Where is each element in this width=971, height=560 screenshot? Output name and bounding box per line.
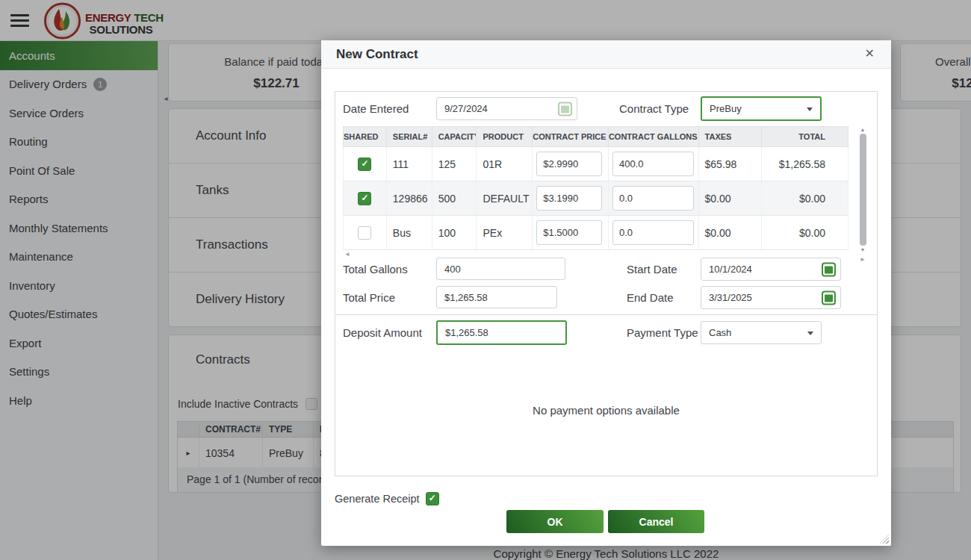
generate-receipt-label: Generate Receipt	[335, 493, 420, 505]
header-total: TOTAL	[762, 127, 848, 146]
end-date-input[interactable]	[701, 287, 816, 308]
total-gallons-input[interactable]	[436, 258, 565, 280]
shared-checkbox[interactable]	[358, 226, 371, 240]
chevron-down-icon	[807, 332, 813, 335]
new-contract-modal: New Contract ✕ Date Entered Contract Typ…	[321, 40, 891, 546]
date-entered-field	[436, 97, 577, 120]
tanks-table-header: SHARED SERIAL# CAPACITY PRODUCT CONTRACT…	[343, 126, 849, 147]
contract-gallons-input[interactable]	[612, 186, 694, 211]
total-gallons-label: Total Gallons	[343, 258, 408, 281]
total-cell: $0.00	[762, 181, 848, 215]
end-date-label: End Date	[627, 286, 674, 309]
start-date-field	[701, 258, 841, 281]
header-shared: SHARED	[344, 127, 387, 146]
modal-title: New Contract	[336, 40, 418, 69]
tanks-table: SHARED SERIAL# CAPACITY PRODUCT CONTRACT…	[343, 126, 849, 250]
taxes-cell: $65.98	[699, 147, 763, 181]
product-cell: PEx	[477, 216, 533, 249]
generate-receipt-checkbox[interactable]	[426, 492, 439, 505]
contract-price-input[interactable]	[536, 186, 602, 211]
total-price-input[interactable]	[436, 286, 557, 308]
contract-type-value: PreBuy	[710, 103, 742, 114]
contract-type-label: Contract Type	[619, 97, 689, 120]
scrollbar-thumb[interactable]	[860, 134, 866, 246]
tank-row: 129866500DEFAULT$0.00$0.00	[343, 181, 849, 216]
contract-price-input[interactable]	[536, 152, 602, 176]
date-entered-label: Date Entered	[343, 97, 409, 120]
scroll-right-icon[interactable]: ►	[860, 256, 866, 263]
end-date-field	[701, 286, 841, 309]
total-price-label: Total Price	[343, 286, 395, 309]
scroll-left-icon[interactable]: ◄	[344, 251, 350, 258]
serial-cell: Bus	[387, 216, 432, 249]
calendar-icon[interactable]	[822, 262, 836, 276]
product-cell: DEFAULT	[477, 181, 533, 215]
payment-type-value: Cash	[709, 327, 731, 338]
table-vertical-scrollbar: ▲ ▼	[857, 126, 868, 253]
shared-checkbox[interactable]	[358, 158, 371, 171]
serial-cell: 111	[387, 147, 432, 181]
taxes-cell: $0.00	[699, 216, 763, 249]
header-contract-price: CONTRACT PRICE	[533, 127, 609, 146]
payment-type-select[interactable]: Cash	[701, 321, 822, 344]
capacity-cell: 500	[432, 181, 477, 215]
modal-header: New Contract ✕	[321, 40, 891, 69]
taxes-cell: $0.00	[699, 181, 763, 215]
section-divider	[335, 314, 877, 315]
ok-button[interactable]: OK	[506, 510, 604, 533]
cancel-button[interactable]: Cancel	[608, 510, 704, 533]
total-cell: $0.00	[762, 216, 848, 249]
deposit-amount-label: Deposit Amount	[343, 321, 422, 344]
start-date-label: Start Date	[627, 258, 677, 281]
capacity-cell: 125	[432, 147, 477, 181]
shared-checkbox[interactable]	[358, 192, 371, 205]
header-taxes: TAXES	[699, 127, 763, 146]
contract-tank-rows: 11112501R$65.98$1,265.58129866500DEFAULT…	[343, 147, 849, 250]
calendar-icon[interactable]	[558, 102, 572, 116]
contract-price-input[interactable]	[536, 220, 602, 245]
contract-gallons-input[interactable]	[612, 220, 694, 245]
chevron-down-icon	[807, 108, 813, 111]
total-cell: $1,265.58	[762, 147, 848, 181]
serial-cell: 129866	[387, 181, 432, 215]
tank-row: Bus100PEx$0.00$0.00	[343, 216, 849, 250]
contract-type-select[interactable]: PreBuy	[701, 96, 822, 121]
product-cell: 01R	[477, 147, 533, 181]
start-date-input[interactable]	[701, 258, 816, 280]
contract-gallons-input[interactable]	[612, 152, 694, 176]
capacity-cell: 100	[432, 216, 477, 249]
resize-handle[interactable]	[880, 535, 889, 544]
scroll-up-icon[interactable]: ▲	[860, 126, 866, 133]
payment-options-message: No payment options available	[335, 404, 877, 417]
date-entered-input[interactable]	[437, 98, 553, 119]
scroll-down-icon[interactable]: ▼	[860, 246, 866, 253]
header-serial: SERIAL#	[387, 127, 432, 146]
tank-row: 11112501R$65.98$1,265.58	[343, 147, 849, 181]
deposit-amount-input[interactable]	[436, 320, 567, 345]
calendar-icon[interactable]	[822, 290, 836, 305]
close-icon[interactable]: ✕	[865, 46, 875, 60]
header-contract-gallons: CONTRACT GALLONS	[609, 127, 699, 146]
payment-type-label: Payment Type	[627, 321, 698, 344]
contract-form-panel: Date Entered Contract Type PreBuy SHARED…	[335, 91, 878, 476]
header-product: PRODUCT	[477, 127, 533, 146]
header-capacity: CAPACITY	[432, 127, 477, 146]
